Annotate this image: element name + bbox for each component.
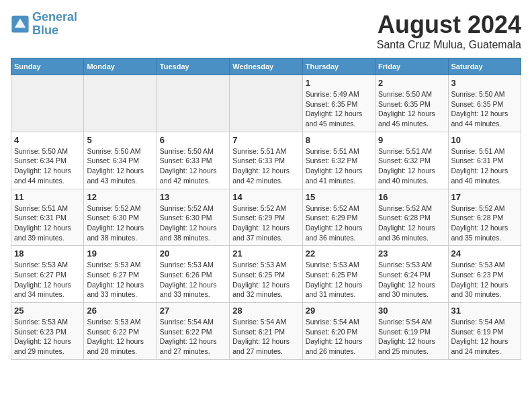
day-info: Sunrise: 5:52 AM Sunset: 6:30 PM Dayligh… [160, 203, 226, 243]
day-number: 26 [87, 306, 153, 316]
calendar-cell [11, 75, 84, 132]
day-number: 3 [451, 78, 518, 88]
day-info: Sunrise: 5:50 AM Sunset: 6:33 PM Dayligh… [160, 146, 226, 186]
calendar-cell: 14Sunrise: 5:52 AM Sunset: 6:29 PM Dayli… [230, 189, 302, 246]
calendar-cell: 25Sunrise: 5:53 AM Sunset: 6:23 PM Dayli… [11, 303, 84, 360]
day-number: 9 [378, 135, 445, 145]
calendar-cell [157, 75, 229, 132]
day-number: 31 [451, 306, 518, 316]
calendar-cell: 15Sunrise: 5:52 AM Sunset: 6:29 PM Dayli… [302, 189, 375, 246]
calendar-cell: 24Sunrise: 5:53 AM Sunset: 6:23 PM Dayli… [448, 246, 521, 303]
calendar-cell: 31Sunrise: 5:54 AM Sunset: 6:19 PM Dayli… [448, 303, 521, 360]
day-number: 13 [160, 192, 226, 202]
page-title: August 2024 [377, 11, 521, 39]
day-number: 4 [14, 135, 81, 145]
day-number: 15 [306, 192, 372, 202]
day-number: 28 [232, 306, 299, 316]
day-info: Sunrise: 5:54 AM Sunset: 6:22 PM Dayligh… [160, 317, 226, 357]
weekday-header-sunday: Sunday [11, 58, 84, 75]
page-subtitle: Santa Cruz Mulua, Guatemala [377, 39, 521, 51]
day-info: Sunrise: 5:51 AM Sunset: 6:31 PM Dayligh… [14, 203, 81, 243]
weekday-header-friday: Friday [375, 58, 448, 75]
day-number: 11 [14, 192, 81, 202]
calendar-cell: 7Sunrise: 5:51 AM Sunset: 6:33 PM Daylig… [230, 132, 302, 189]
day-number: 20 [160, 248, 226, 259]
calendar-cell: 22Sunrise: 5:53 AM Sunset: 6:25 PM Dayli… [302, 246, 375, 303]
title-block: August 2024 Santa Cruz Mulua, Guatemala [377, 11, 521, 51]
calendar-cell: 27Sunrise: 5:54 AM Sunset: 6:22 PM Dayli… [157, 303, 229, 360]
day-info: Sunrise: 5:52 AM Sunset: 6:28 PM Dayligh… [378, 203, 445, 243]
weekday-header-tuesday: Tuesday [157, 58, 229, 75]
calendar-week-1: 1Sunrise: 5:49 AM Sunset: 6:35 PM Daylig… [11, 75, 521, 132]
calendar-cell: 1Sunrise: 5:49 AM Sunset: 6:35 PM Daylig… [302, 75, 375, 132]
day-info: Sunrise: 5:51 AM Sunset: 6:32 PM Dayligh… [306, 146, 372, 186]
day-number: 14 [232, 192, 299, 202]
calendar-cell: 6Sunrise: 5:50 AM Sunset: 6:33 PM Daylig… [157, 132, 229, 189]
day-info: Sunrise: 5:50 AM Sunset: 6:35 PM Dayligh… [451, 89, 518, 129]
day-info: Sunrise: 5:51 AM Sunset: 6:33 PM Dayligh… [232, 146, 299, 186]
logo-icon [11, 15, 30, 34]
day-number: 22 [306, 248, 372, 259]
day-info: Sunrise: 5:53 AM Sunset: 6:25 PM Dayligh… [306, 260, 372, 300]
day-number: 17 [451, 192, 518, 202]
day-info: Sunrise: 5:52 AM Sunset: 6:28 PM Dayligh… [451, 203, 518, 243]
weekday-header-wednesday: Wednesday [230, 58, 302, 75]
calendar-week-2: 4Sunrise: 5:50 AM Sunset: 6:34 PM Daylig… [11, 132, 521, 189]
weekday-header-thursday: Thursday [302, 58, 375, 75]
weekday-header-saturday: Saturday [448, 58, 521, 75]
calendar-cell: 5Sunrise: 5:50 AM Sunset: 6:34 PM Daylig… [84, 132, 157, 189]
day-number: 12 [87, 192, 153, 202]
calendar-cell: 10Sunrise: 5:51 AM Sunset: 6:31 PM Dayli… [448, 132, 521, 189]
day-number: 18 [14, 248, 81, 259]
day-info: Sunrise: 5:53 AM Sunset: 6:22 PM Dayligh… [87, 317, 153, 357]
day-number: 30 [378, 306, 445, 316]
weekday-header-row: SundayMondayTuesdayWednesdayThursdayFrid… [11, 58, 521, 75]
day-info: Sunrise: 5:54 AM Sunset: 6:20 PM Dayligh… [306, 317, 372, 357]
day-info: Sunrise: 5:52 AM Sunset: 6:29 PM Dayligh… [232, 203, 299, 243]
day-number: 27 [160, 306, 226, 316]
calendar-cell [230, 75, 302, 132]
calendar-cell: 16Sunrise: 5:52 AM Sunset: 6:28 PM Dayli… [375, 189, 448, 246]
calendar-cell: 3Sunrise: 5:50 AM Sunset: 6:35 PM Daylig… [448, 75, 521, 132]
day-info: Sunrise: 5:51 AM Sunset: 6:32 PM Dayligh… [378, 146, 445, 186]
day-info: Sunrise: 5:53 AM Sunset: 6:27 PM Dayligh… [14, 260, 81, 300]
day-info: Sunrise: 5:51 AM Sunset: 6:31 PM Dayligh… [451, 146, 518, 186]
day-number: 25 [14, 306, 81, 316]
day-number: 24 [451, 248, 518, 259]
calendar-cell: 30Sunrise: 5:54 AM Sunset: 6:19 PM Dayli… [375, 303, 448, 360]
day-info: Sunrise: 5:52 AM Sunset: 6:29 PM Dayligh… [306, 203, 372, 243]
day-info: Sunrise: 5:50 AM Sunset: 6:34 PM Dayligh… [87, 146, 153, 186]
calendar-cell: 9Sunrise: 5:51 AM Sunset: 6:32 PM Daylig… [375, 132, 448, 189]
logo-line1: General [32, 10, 77, 24]
day-info: Sunrise: 5:49 AM Sunset: 6:35 PM Dayligh… [306, 89, 372, 129]
day-number: 23 [378, 248, 445, 259]
calendar-cell: 4Sunrise: 5:50 AM Sunset: 6:34 PM Daylig… [11, 132, 84, 189]
day-info: Sunrise: 5:53 AM Sunset: 6:26 PM Dayligh… [160, 260, 226, 300]
day-info: Sunrise: 5:53 AM Sunset: 6:23 PM Dayligh… [451, 260, 518, 300]
day-number: 10 [451, 135, 518, 145]
calendar-week-4: 18Sunrise: 5:53 AM Sunset: 6:27 PM Dayli… [11, 246, 521, 303]
day-info: Sunrise: 5:53 AM Sunset: 6:27 PM Dayligh… [87, 260, 153, 300]
day-info: Sunrise: 5:54 AM Sunset: 6:21 PM Dayligh… [232, 317, 299, 357]
logo-line2: Blue [32, 24, 58, 37]
day-number: 21 [232, 248, 299, 259]
calendar-week-3: 11Sunrise: 5:51 AM Sunset: 6:31 PM Dayli… [11, 189, 521, 246]
calendar-table: SundayMondayTuesdayWednesdayThursdayFrid… [11, 58, 521, 360]
weekday-header-monday: Monday [84, 58, 157, 75]
calendar-cell: 13Sunrise: 5:52 AM Sunset: 6:30 PM Dayli… [157, 189, 229, 246]
day-info: Sunrise: 5:50 AM Sunset: 6:35 PM Dayligh… [378, 89, 445, 129]
calendar-cell: 17Sunrise: 5:52 AM Sunset: 6:28 PM Dayli… [448, 189, 521, 246]
calendar-cell: 2Sunrise: 5:50 AM Sunset: 6:35 PM Daylig… [375, 75, 448, 132]
calendar-cell: 11Sunrise: 5:51 AM Sunset: 6:31 PM Dayli… [11, 189, 84, 246]
calendar-cell: 20Sunrise: 5:53 AM Sunset: 6:26 PM Dayli… [157, 246, 229, 303]
calendar-cell: 26Sunrise: 5:53 AM Sunset: 6:22 PM Dayli… [84, 303, 157, 360]
day-number: 1 [306, 78, 372, 88]
calendar-cell [84, 75, 157, 132]
day-number: 6 [160, 135, 226, 145]
day-number: 29 [306, 306, 372, 316]
day-info: Sunrise: 5:54 AM Sunset: 6:19 PM Dayligh… [378, 317, 445, 357]
logo-text: General Blue [32, 11, 77, 38]
logo: General Blue [11, 11, 77, 38]
calendar-cell: 23Sunrise: 5:53 AM Sunset: 6:24 PM Dayli… [375, 246, 448, 303]
day-number: 5 [87, 135, 153, 145]
